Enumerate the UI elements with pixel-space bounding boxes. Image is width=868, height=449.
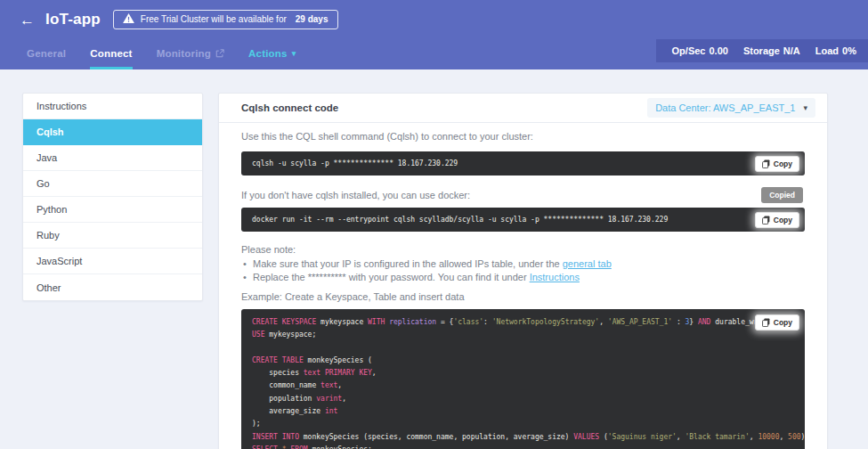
copy-icon [762, 159, 770, 168]
copy-label: Copy [774, 159, 792, 168]
copy-label: Copy [774, 318, 792, 327]
external-link-icon [215, 49, 224, 58]
chevron-down-icon: ▾ [292, 50, 296, 58]
copy-icon [762, 318, 770, 327]
stat-label: Storage [743, 45, 780, 56]
general-tab-link[interactable]: general tab [563, 258, 612, 269]
sidebar-item-javascript[interactable]: JavaScript [23, 249, 202, 274]
connect-sidebar: Instructions Cqlsh Java Go Python Ruby J… [22, 93, 203, 301]
stat-value: 0% [842, 45, 856, 56]
stat-value: N/A [783, 45, 800, 56]
cqlsh-panel: Cqlsh connect code Data Center: AWS_AP_E… [218, 93, 828, 449]
cluster-stats: Op/Sec 0.00 Storage N/A Load 0% [656, 39, 868, 62]
panel-title: Cqlsh connect code [241, 102, 338, 113]
copied-tooltip: Copied [761, 187, 803, 203]
instructions-link[interactable]: Instructions [530, 272, 580, 282]
stat-storage: Storage N/A [743, 45, 800, 56]
page: ← IoT-app Free Trial Cluster will be ava… [0, 0, 868, 449]
note-title: Please note: [241, 244, 805, 255]
cql-code: CREATE KEYSPACE mykeyspace WITH replicat… [252, 316, 794, 449]
tab-label: General [27, 48, 66, 59]
tab-label: Connect [90, 48, 132, 59]
note-list: Make sure that your IP is configured in … [241, 257, 805, 283]
note-item: Make sure that your IP is configured in … [241, 257, 805, 271]
docker-command-block: docker run -it --rm --entrypoint cqlsh s… [241, 208, 805, 232]
docker-hint-row: If you don't have cqlsh installed, you c… [241, 187, 805, 203]
stat-load: Load 0% [815, 45, 856, 56]
trial-badge-text: Free Trial Cluster will be available for [141, 14, 287, 24]
note-text: Make sure that your IP is configured in … [253, 258, 563, 269]
stat-label: Load [815, 45, 839, 56]
datacenter-dropdown[interactable]: Data Center: AWS_AP_EAST_1 ▾ [647, 98, 815, 118]
copy-button[interactable]: Copy [755, 314, 799, 331]
cluster-tabs: General Connect Monitoring Actions ▾ [27, 48, 296, 69]
cql-example-block: CREATE KEYSPACE mykeyspace WITH replicat… [241, 309, 805, 449]
stat-opsec: Op/Sec 0.00 [672, 45, 728, 56]
sidebar-item-other[interactable]: Other [23, 274, 202, 300]
sidebar-item-go[interactable]: Go [23, 171, 202, 197]
note-item: Replace the ********** with your passwor… [241, 271, 805, 284]
cqlsh-command-block: cqlsh -u scylla -p ************** 18.167… [241, 151, 805, 176]
note-text: Replace the ********** with your passwor… [253, 272, 530, 282]
copy-button[interactable]: Copy [755, 156, 799, 172]
tab-monitoring[interactable]: Monitoring [157, 48, 224, 69]
tab-actions[interactable]: Actions ▾ [248, 48, 296, 69]
docker-hint-text: If you don't have cqlsh installed, you c… [241, 190, 470, 200]
panel-body: Use this the CQL shell command (Cqlsh) t… [219, 131, 827, 449]
tab-connect[interactable]: Connect [90, 48, 132, 69]
cqlsh-command: cqlsh -u scylla -p ************** 18.167… [252, 159, 458, 167]
stat-value: 0.00 [709, 45, 727, 56]
sidebar-item-instructions[interactable]: Instructions [23, 94, 202, 119]
cluster-name: IoT-app [45, 11, 101, 29]
sidebar-item-python[interactable]: Python [23, 197, 202, 223]
trial-badge: Free Trial Cluster will be available for… [113, 10, 338, 29]
copy-label: Copy [774, 216, 792, 224]
back-arrow-icon[interactable]: ← [20, 12, 35, 28]
sidebar-item-ruby[interactable]: Ruby [23, 223, 202, 249]
warning-icon [123, 13, 134, 25]
cluster-header: ← IoT-app Free Trial Cluster will be ava… [0, 0, 868, 69]
panel-header: Cqlsh connect code Data Center: AWS_AP_E… [219, 94, 827, 123]
trial-badge-days: 29 days [296, 14, 329, 24]
copy-icon [762, 216, 770, 224]
docker-command: docker run -it --rm --entrypoint cqlsh s… [252, 216, 668, 224]
chevron-down-icon: ▾ [803, 104, 807, 112]
stat-label: Op/Sec [672, 45, 706, 56]
intro-text: Use this the CQL shell command (Cqlsh) t… [241, 131, 805, 142]
copy-button[interactable]: Copy [755, 212, 799, 228]
tab-label: Actions [248, 48, 288, 59]
header-top-row: ← IoT-app Free Trial Cluster will be ava… [0, 0, 868, 29]
sidebar-item-cqlsh[interactable]: Cqlsh [23, 119, 202, 145]
tab-label: Monitoring [157, 48, 211, 59]
example-title: Example: Create a Keyspace, Table and in… [241, 291, 805, 302]
sidebar-item-java[interactable]: Java [23, 145, 202, 171]
tab-general[interactable]: General [27, 48, 66, 69]
datacenter-label: Data Center: AWS_AP_EAST_1 [655, 102, 795, 113]
content-area: Instructions Cqlsh Java Go Python Ruby J… [0, 69, 868, 449]
